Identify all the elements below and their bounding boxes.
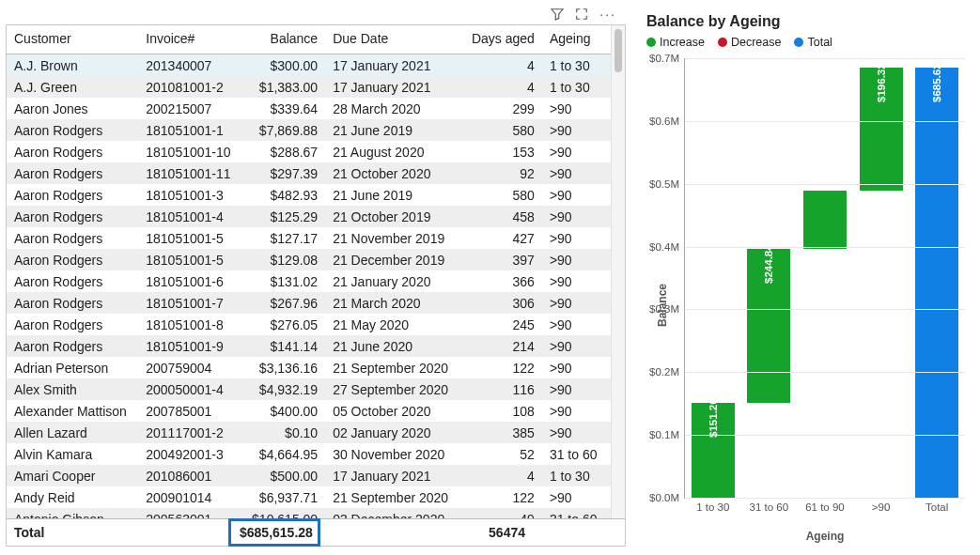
cell-ageing: >90 — [542, 249, 611, 270]
scrollbar-thumb[interactable] — [614, 29, 622, 72]
more-options-icon[interactable]: ··· — [599, 8, 616, 21]
cell-balance: $125.29 — [241, 206, 325, 227]
y-tick-label: $0.4M — [649, 241, 685, 253]
table-row[interactable]: Aaron Rodgers181051001-9$141.1421 June 2… — [7, 335, 611, 357]
cell-invoice: 201086001 — [138, 465, 240, 486]
col-header-days[interactable]: Days aged — [461, 25, 542, 54]
cell-balance: $500.00 — [241, 465, 325, 486]
table-row[interactable]: Aaron Rodgers181051001-8$276.0521 May 20… — [7, 314, 611, 335]
y-tick-label: $0.2M — [649, 366, 685, 378]
cell-ageing: 1 to 30 — [542, 465, 611, 486]
cell-due-date: 21 January 2020 — [325, 270, 461, 292]
table-row[interactable]: Alexander Mattison200785001$400.0005 Oct… — [7, 400, 611, 422]
table-row[interactable]: Antonio Gibson200563001$10,615.0003 Dece… — [7, 508, 611, 518]
cell-due-date: 21 March 2020 — [325, 292, 461, 314]
bar-increase[interactable] — [803, 191, 847, 249]
legend-total[interactable]: Total — [794, 36, 832, 49]
col-header-invoice[interactable]: Invoice# — [138, 25, 240, 54]
table-row[interactable]: Aaron Rodgers181051001-6$131.0221 Januar… — [7, 270, 611, 292]
cell-customer: Aaron Rodgers — [7, 292, 138, 314]
cell-due-date: 21 June 2019 — [325, 184, 461, 206]
table-row[interactable]: Aaron Jones200215007$339.6428 March 2020… — [7, 98, 611, 119]
cell-customer: Aaron Rodgers — [7, 227, 138, 249]
cell-ageing: 31 to 60 — [542, 508, 611, 518]
table-row[interactable]: Aaron Rodgers181051001-4$125.2921 Octobe… — [7, 206, 611, 227]
cell-balance: $1,383.00 — [241, 76, 325, 98]
y-tick-label: $0.0M — [649, 492, 685, 503]
cell-balance: $267.96 — [241, 292, 325, 314]
col-header-due-date[interactable]: Due Date — [325, 25, 461, 54]
x-tick-label: Total — [909, 498, 965, 513]
cell-ageing: >90 — [542, 98, 611, 119]
table-row[interactable]: A.J. Brown201340007$300.0017 January 202… — [7, 54, 611, 77]
chart-legend: Increase Decrease Total — [646, 36, 965, 49]
bar-slot: $196.32K>90 — [853, 58, 910, 498]
x-tick-label: 61 to 90 — [797, 498, 853, 513]
legend-increase[interactable]: Increase — [646, 36, 705, 49]
filter-icon[interactable] — [551, 8, 564, 21]
cell-due-date: 02 January 2020 — [325, 422, 461, 443]
table-row[interactable]: Alvin Kamara200492001-3$4,664.9530 Novem… — [7, 443, 611, 465]
col-header-customer[interactable]: Customer — [7, 25, 138, 54]
cell-ageing: 1 to 30 — [542, 54, 611, 77]
cell-due-date: 21 November 2019 — [325, 227, 461, 249]
x-tick-label: >90 — [853, 498, 910, 513]
col-header-ageing[interactable]: Ageing — [542, 25, 611, 54]
cell-ageing: >90 — [542, 119, 611, 141]
cell-ageing: >90 — [542, 378, 611, 400]
bar-increase[interactable]: $196.32K — [860, 68, 903, 191]
bar-increase[interactable]: $151.26K — [692, 403, 735, 498]
bar-total[interactable]: $685.62K — [915, 68, 958, 498]
table-row[interactable]: A.J. Green201081001-2$1,383.0017 January… — [7, 76, 611, 98]
gridline — [685, 247, 965, 248]
gridline — [685, 309, 965, 310]
table-row[interactable]: Aaron Rodgers181051001-11$297.3921 Octob… — [7, 162, 611, 184]
cell-days: 4 — [461, 465, 542, 486]
chart-plot-area[interactable]: $151.26K1 to 30$244.84K31 to 6061 to 90$… — [684, 58, 965, 499]
cell-invoice: 181051001-11 — [138, 162, 240, 184]
cell-due-date: 27 September 2020 — [325, 378, 461, 400]
table-row[interactable]: Aaron Rodgers181051001-5$127.1721 Novemb… — [7, 227, 611, 249]
vertical-scrollbar[interactable] — [611, 25, 625, 518]
table-row[interactable]: Aaron Rodgers181051001-3$482.9321 June 2… — [7, 184, 611, 206]
cell-customer: Alvin Kamara — [7, 443, 138, 465]
table-row[interactable]: Amari Cooper201086001$500.0017 January 2… — [7, 465, 611, 486]
table-row[interactable]: Alex Smith200050001-4$4,932.1927 Septemb… — [7, 378, 611, 400]
bar-slot: $244.84K31 to 60 — [741, 58, 798, 498]
x-axis-label: Ageing — [685, 530, 965, 543]
cell-days: 52 — [461, 443, 542, 465]
cell-days: 385 — [461, 422, 542, 443]
focus-mode-icon[interactable] — [575, 8, 588, 21]
cell-days: 214 — [461, 335, 542, 357]
table-row[interactable]: Aaron Rodgers181051001-1$7,869.8821 June… — [7, 119, 611, 141]
cell-due-date: 21 June 2020 — [325, 335, 461, 357]
cell-invoice: 181051001-4 — [138, 206, 240, 227]
legend-decrease[interactable]: Decrease — [718, 36, 782, 49]
cell-invoice: 200492001-3 — [138, 443, 240, 465]
table-row[interactable]: Aaron Rodgers181051001-5$129.0821 Decemb… — [7, 249, 611, 270]
cell-ageing: >90 — [542, 206, 611, 227]
cell-due-date: 17 January 2021 — [325, 54, 461, 77]
cell-customer: A.J. Green — [7, 76, 138, 98]
cell-balance: $276.05 — [241, 314, 325, 335]
table-row[interactable]: Aaron Rodgers181051001-10$288.6721 Augus… — [7, 141, 611, 162]
cell-balance: $4,932.19 — [241, 378, 325, 400]
col-header-balance[interactable]: Balance — [241, 25, 325, 54]
cell-invoice: 200215007 — [138, 98, 240, 119]
totals-days: 56474 — [458, 522, 533, 543]
cell-due-date: 03 December 2020 — [325, 508, 461, 518]
table-row[interactable]: Adrian Peterson200759004$3,136.1621 Sept… — [7, 357, 611, 378]
gridline — [685, 184, 965, 185]
bar-increase[interactable]: $244.84K — [747, 249, 790, 403]
table-row[interactable]: Allen Lazard201117001-2$0.1002 January 2… — [7, 422, 611, 443]
table-row[interactable]: Andy Reid200901014$6,937.7121 September … — [7, 486, 611, 508]
cell-customer: Antonio Gibson — [7, 508, 138, 518]
y-tick-label: $0.7M — [649, 53, 685, 64]
cell-days: 4 — [461, 76, 542, 98]
bar-slot: $685.62KTotal — [909, 58, 965, 498]
cell-due-date: 21 September 2020 — [325, 357, 461, 378]
cell-invoice: 181051001-9 — [138, 335, 240, 357]
gridline — [685, 121, 965, 122]
table-row[interactable]: Aaron Rodgers181051001-7$267.9621 March … — [7, 292, 611, 314]
cell-customer: Andy Reid — [7, 486, 138, 508]
